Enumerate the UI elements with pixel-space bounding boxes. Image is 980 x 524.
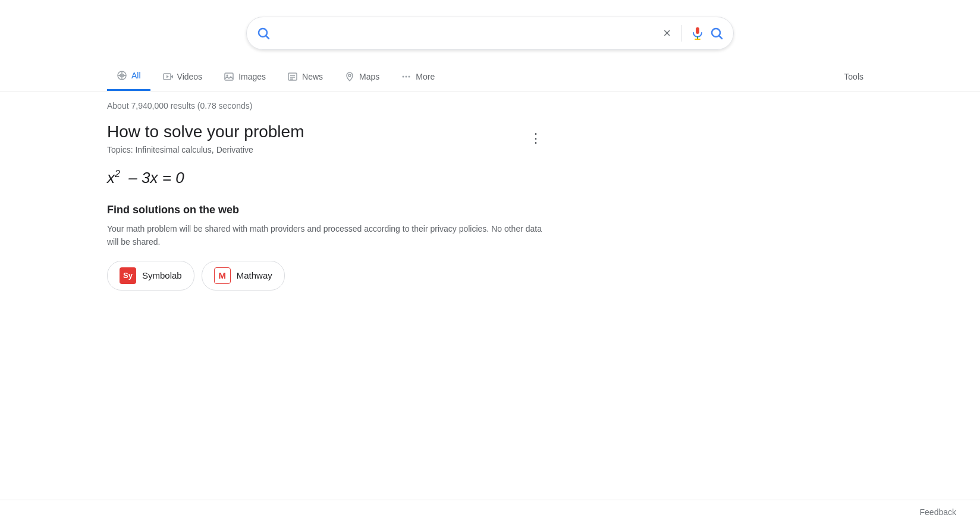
- search-submit-icon[interactable]: [709, 26, 724, 40]
- tab-news[interactable]: News: [278, 63, 332, 90]
- tab-maps[interactable]: Maps: [335, 63, 389, 90]
- tab-all[interactable]: All: [107, 62, 150, 91]
- mathway-button[interactable]: M Mathway: [202, 261, 285, 291]
- nav-tabs: All Videos Images: [0, 62, 980, 91]
- maps-tab-icon: [344, 71, 355, 82]
- results-container: About 7,940,000 results (0.78 seconds) ⋮…: [0, 91, 654, 300]
- symbolab-label: Symbolab: [142, 270, 182, 280]
- find-solutions-title: Find solutions on the web: [107, 204, 547, 216]
- microphone-icon[interactable]: [690, 26, 705, 40]
- results-count: About 7,940,000 results (0.78 seconds): [107, 101, 547, 111]
- svg-line-6: [720, 36, 723, 39]
- feedback-link[interactable]: Feedback: [920, 507, 956, 517]
- tab-videos-label: Videos: [177, 72, 203, 81]
- svg-rect-2: [696, 27, 699, 34]
- all-tab-icon: [117, 70, 127, 81]
- tab-maps-label: Maps: [359, 72, 379, 81]
- svg-line-1: [266, 36, 269, 39]
- tab-news-label: News: [302, 72, 323, 81]
- calculator-title: How to solve your problem: [107, 122, 547, 141]
- search-divider: [681, 25, 682, 42]
- tab-images-label: Images: [238, 72, 266, 81]
- search-bar: find the derivative of x^2-3x=0 ×: [246, 17, 734, 50]
- more-tab-icon: [401, 71, 412, 82]
- svg-point-22: [409, 75, 410, 77]
- tab-videos[interactable]: Videos: [153, 63, 212, 90]
- find-solutions-desc: Your math problem will be shared with ma…: [107, 222, 547, 249]
- search-input[interactable]: find the derivative of x^2-3x=0: [277, 27, 663, 40]
- tab-more-label: More: [416, 72, 435, 81]
- provider-buttons: Sy Symbolab M Mathway: [107, 261, 547, 291]
- svg-point-20: [403, 75, 404, 77]
- svg-point-19: [348, 74, 351, 77]
- more-options-icon[interactable]: ⋮: [524, 126, 547, 151]
- google-search-icon: [256, 26, 271, 40]
- math-equation: x2 – 3x = 0: [107, 169, 547, 187]
- videos-tab-icon: [162, 71, 173, 82]
- svg-point-21: [406, 75, 407, 77]
- tab-images[interactable]: Images: [214, 63, 275, 90]
- search-bar-container: find the derivative of x^2-3x=0 ×: [0, 0, 980, 62]
- mathway-label: Mathway: [237, 270, 272, 280]
- images-tab-icon: [224, 71, 234, 82]
- symbolab-icon: Sy: [120, 267, 136, 284]
- svg-marker-12: [167, 75, 169, 78]
- tab-more[interactable]: More: [391, 63, 444, 90]
- calculator-card: ⋮ How to solve your problem Topics: Infi…: [107, 122, 547, 291]
- feedback-row: Feedback: [0, 500, 980, 524]
- news-tab-icon: [287, 71, 298, 82]
- tools-tab[interactable]: Tools: [834, 64, 873, 90]
- svg-rect-13: [225, 73, 233, 80]
- tab-all-label: All: [131, 71, 141, 80]
- symbolab-button[interactable]: Sy Symbolab: [107, 261, 194, 291]
- clear-icon[interactable]: ×: [663, 26, 671, 41]
- calculator-topics: Topics: Infinitesimal calculus, Derivati…: [107, 145, 547, 154]
- mathway-icon: M: [214, 267, 231, 284]
